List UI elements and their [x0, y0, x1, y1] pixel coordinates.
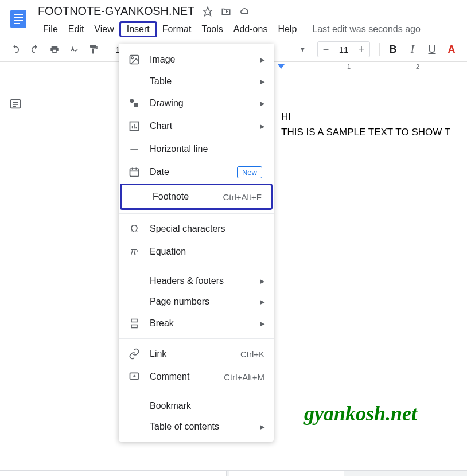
svg-point-12 — [131, 57, 133, 58]
svg-rect-2 — [14, 17, 23, 18]
menu-help[interactable]: Help — [273, 22, 302, 37]
menu-tools[interactable]: Tools — [196, 22, 228, 37]
separator — [119, 392, 274, 392]
shortcut: Ctrl+K — [240, 349, 264, 359]
dd-label: Headers & footers — [150, 276, 260, 286]
underline-button[interactable]: U — [423, 41, 441, 58]
chevron-right-icon: ▶ — [260, 423, 264, 431]
image-icon — [128, 53, 141, 66]
insert-drawing[interactable]: Drawing ▶ — [119, 92, 274, 115]
svg-rect-14 — [134, 103, 138, 107]
bottom-tab[interactable] — [229, 471, 344, 476]
insert-comment[interactable]: Comment Ctrl+Alt+M — [119, 365, 274, 388]
blank-icon — [131, 190, 143, 203]
insert-toc[interactable]: Table of contents ▶ — [119, 416, 274, 437]
dd-label: Table of contents — [150, 422, 260, 432]
svg-rect-0 — [10, 10, 26, 28]
insert-horizontal-line[interactable]: Horizontal line — [119, 138, 274, 161]
horizontal-line-icon — [128, 143, 141, 155]
font-size-decrease[interactable]: − — [318, 42, 334, 57]
outline-toggle[interactable] — [9, 97, 22, 112]
bottom-tab[interactable] — [0, 471, 115, 476]
docs-logo[interactable] — [7, 5, 30, 33]
insert-break[interactable]: Break ▶ — [119, 312, 274, 335]
dd-label: Comment — [150, 372, 224, 382]
dd-label: Link — [150, 349, 240, 359]
text-color-button[interactable]: A — [443, 41, 460, 58]
svg-rect-3 — [14, 20, 23, 21]
menu-file[interactable]: File — [38, 22, 63, 37]
omega-icon: Ω — [128, 223, 141, 235]
chevron-right-icon: ▶ — [260, 100, 264, 107]
comment-icon — [128, 370, 141, 383]
separator — [107, 43, 107, 56]
insert-page-numbers[interactable]: Page numbers ▶ — [119, 291, 274, 312]
chevron-right-icon: ▶ — [260, 320, 264, 327]
text-line: THIS IS A SAMPLE TEXT TO SHOW T — [281, 124, 450, 140]
insert-date[interactable]: Date New — [119, 161, 274, 184]
dd-label: Special characters — [150, 224, 264, 234]
insert-table[interactable]: Table ▶ — [119, 71, 274, 92]
chevron-right-icon: ▶ — [260, 298, 264, 306]
indent-marker-icon[interactable] — [278, 63, 285, 73]
chevron-right-icon: ▶ — [260, 123, 264, 130]
dd-label: Drawing — [150, 98, 260, 108]
undo-button[interactable] — [7, 41, 24, 58]
chevron-down-icon[interactable]: ▼ — [299, 46, 306, 53]
print-button[interactable] — [46, 41, 63, 58]
insert-special-characters[interactable]: Ω Special characters — [119, 217, 274, 240]
calendar-icon — [128, 166, 141, 178]
move-icon[interactable] — [221, 6, 231, 17]
menu-insert[interactable]: Insert — [119, 21, 157, 37]
font-size-stepper: − 11 + — [317, 41, 370, 57]
page-break-icon — [128, 317, 141, 330]
insert-headers-footers[interactable]: Headers & footers ▶ — [119, 271, 274, 291]
star-icon[interactable] — [203, 6, 213, 17]
cloud-status-icon[interactable] — [239, 6, 251, 17]
dd-label: Equation — [150, 247, 264, 257]
last-edit-link[interactable]: Last edit was seconds ago — [312, 24, 421, 34]
watermark: gyankosh.net — [304, 401, 417, 426]
menu-view[interactable]: View — [89, 22, 119, 37]
document-body[interactable]: HI THIS IS A SAMPLE TEXT TO SHOW T — [281, 109, 450, 140]
svg-marker-5 — [204, 7, 212, 15]
pi-icon: π² — [128, 245, 141, 258]
chevron-right-icon: ▶ — [260, 78, 264, 85]
insert-equation[interactable]: π² Equation — [119, 240, 274, 263]
drawing-icon — [128, 97, 141, 110]
dd-label: Date — [150, 167, 237, 177]
svg-rect-4 — [14, 23, 20, 24]
shortcut: Ctrl+Alt+M — [224, 372, 264, 382]
ruler-mark: 1 — [347, 63, 351, 70]
dd-label: Horizontal line — [150, 144, 264, 154]
insert-bookmark[interactable]: Bookmark — [119, 396, 274, 416]
chevron-right-icon: ▶ — [260, 56, 264, 64]
svg-point-13 — [130, 99, 134, 103]
separator — [119, 267, 274, 267]
dd-label: Table — [150, 76, 260, 87]
svg-marker-6 — [278, 64, 285, 69]
document-title[interactable]: FOOTNOTE-GYANKOSH.NET — [38, 5, 194, 18]
bold-button[interactable]: B — [384, 41, 402, 58]
dd-label: Chart — [150, 121, 260, 131]
ruler-mark: 2 — [416, 63, 419, 70]
menu-edit[interactable]: Edit — [63, 22, 89, 37]
font-size-increase[interactable]: + — [353, 42, 369, 57]
dd-label: Page numbers — [150, 296, 260, 307]
svg-rect-1 — [14, 14, 23, 15]
menubar: File Edit View Insert Format Tools Add-o… — [38, 21, 460, 37]
redo-button[interactable] — [26, 41, 44, 58]
insert-chart[interactable]: Chart ▶ — [119, 115, 274, 138]
insert-link[interactable]: Link Ctrl+K — [119, 342, 274, 365]
text-line: HI — [281, 109, 450, 124]
shortcut: Ctrl+Alt+F — [223, 192, 262, 202]
spellcheck-button[interactable] — [65, 41, 83, 58]
bottom-tab[interactable] — [112, 471, 227, 476]
paint-format-button[interactable] — [85, 41, 102, 58]
menu-addons[interactable]: Add-ons — [228, 22, 273, 37]
insert-footnote[interactable]: Footnote Ctrl+Alt+F — [120, 184, 273, 210]
insert-image[interactable]: Image ▶ — [119, 48, 274, 71]
menu-format[interactable]: Format — [157, 22, 197, 37]
font-size-value[interactable]: 11 — [334, 45, 353, 54]
italic-button[interactable]: I — [404, 41, 421, 58]
